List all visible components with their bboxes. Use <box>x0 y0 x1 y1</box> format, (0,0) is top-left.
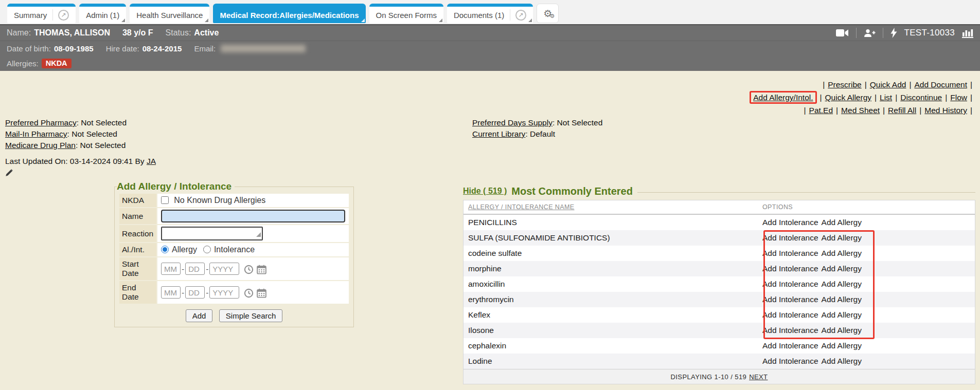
nkda-checkbox[interactable] <box>161 196 169 204</box>
flow-link[interactable]: Flow <box>950 93 967 102</box>
refill-all-link[interactable]: Refill All <box>888 106 916 115</box>
allergy-name: PENICILLINS <box>464 218 762 227</box>
add-allergy-link[interactable]: Add Allergy <box>822 280 862 288</box>
tab-on-screen-forms[interactable]: On Screen Forms <box>369 4 443 23</box>
add-intolerance-link[interactable]: Add Intolerance <box>762 341 818 350</box>
preferred-days-supply-link[interactable]: Preferred Days Supply <box>472 118 553 127</box>
patient-name: THOMAS, ALLISON <box>34 28 110 38</box>
add-allergy-link[interactable]: Add Allergy <box>822 264 862 273</box>
last-updated-text: Last Updated On: 03-14-2024 09:41 By <box>5 157 145 165</box>
settings-gears-icon[interactable]: ⚙ ⚙ <box>537 4 559 23</box>
medicare-drug-plan-link[interactable]: Medicare Drug Plan <box>5 141 76 150</box>
add-allergy-link[interactable]: Add Allergy <box>822 326 862 335</box>
preferred-pharmacy-link[interactable]: Preferred Pharmacy <box>5 118 77 127</box>
tab-documents[interactable]: Documents (1) ↗ <box>447 4 533 23</box>
nkda-badge[interactable]: NKDA <box>42 59 72 68</box>
record-id: TEST-10033 <box>904 28 955 38</box>
add-document-link[interactable]: Add Document <box>914 80 967 89</box>
add-intolerance-link[interactable]: Add Intolerance <box>762 233 818 242</box>
start-year-input[interactable] <box>209 263 239 275</box>
current-library-link[interactable]: Current Library <box>472 129 525 138</box>
calendar-icon[interactable] <box>257 265 266 274</box>
add-intolerance-link[interactable]: Add Intolerance <box>762 249 818 257</box>
add-allergy-link[interactable]: Add Allergy <box>822 233 862 242</box>
discontinue-link[interactable]: Discontinue <box>900 93 942 102</box>
med-history-link[interactable]: Med History <box>924 106 967 115</box>
add-allergy-intol-link[interactable]: Add Allergy/Intol. <box>753 93 813 102</box>
add-intolerance-link[interactable]: Add Intolerance <box>762 310 818 319</box>
add-intolerance-link[interactable]: Add Intolerance <box>762 357 818 365</box>
hire-date-value: 08-24-2015 <box>142 44 182 53</box>
popout-icon[interactable]: ↗ <box>515 10 526 21</box>
calendar-icon[interactable] <box>257 288 266 298</box>
add-intolerance-link[interactable]: Add Intolerance <box>762 218 818 227</box>
lightning-icon[interactable] <box>890 28 897 38</box>
col-allergy-name-header[interactable]: ALLERGY / INTOLERANCE NAME <box>468 203 575 211</box>
start-day-input[interactable] <box>185 263 205 275</box>
nkda-checkbox-label: No Known Drug Allergies <box>174 196 265 205</box>
popout-icon[interactable]: ↗ <box>58 10 69 21</box>
simple-search-button[interactable]: Simple Search <box>219 309 283 322</box>
add-intolerance-link[interactable]: Add Intolerance <box>762 264 818 273</box>
last-updated-by-link[interactable]: JA <box>147 157 156 165</box>
bar-chart-icon[interactable] <box>962 28 973 38</box>
info-line: Medicare Drug PlanNot Selected <box>5 140 127 151</box>
table-body: PENICILLINSAdd IntoleranceAdd Allergy SU… <box>464 215 975 369</box>
hide-count-link[interactable]: Hide ( 519 ) <box>463 187 507 196</box>
add-intolerance-link[interactable]: Add Intolerance <box>762 280 818 288</box>
end-year-input[interactable] <box>209 286 239 299</box>
next-page-link[interactable]: NEXT <box>749 373 768 381</box>
patient-age-sex: 38 y/o F <box>122 28 153 38</box>
end-day-input[interactable] <box>185 286 205 299</box>
allergy-radio[interactable] <box>161 246 169 253</box>
form-title: Add Allergy / Intolerance <box>117 181 235 192</box>
med-sheet-link[interactable]: Med Sheet <box>841 106 880 115</box>
most-commonly-entered-panel: Hide ( 519 ) Most Commonly Entered ALLER… <box>463 184 975 384</box>
table-row: codeine sulfateAdd IntoleranceAdd Allerg… <box>464 246 975 261</box>
start-month-input[interactable] <box>161 263 181 275</box>
tab-health-surveillance[interactable]: Health Surveillance <box>130 4 209 23</box>
al-int-label: Al./Int. <box>119 243 156 256</box>
add-allergy-link[interactable]: Add Allergy <box>822 341 862 350</box>
reaction-input[interactable] <box>161 227 263 240</box>
pencil-icon[interactable] <box>5 169 13 179</box>
add-person-icon[interactable] <box>864 29 876 38</box>
table-header-row: ALLERGY / INTOLERANCE NAME OPTIONS <box>464 200 975 215</box>
preferred-days-supply-value: Not Selected <box>557 118 603 127</box>
nkda-label: NKDA <box>119 194 156 207</box>
mail-in-pharmacy-link[interactable]: Mail-In Pharmacy <box>5 129 67 138</box>
list-link[interactable]: List <box>880 93 892 102</box>
end-month-input[interactable] <box>161 286 181 299</box>
add-allergy-link[interactable]: Add Allergy <box>822 218 862 227</box>
clock-icon[interactable] <box>244 265 254 274</box>
end-date-row: End Date <box>119 281 349 304</box>
name-label: Name <box>119 208 156 224</box>
prescribe-link[interactable]: Prescribe <box>828 80 861 89</box>
quick-allergy-link[interactable]: Quick Allergy <box>825 93 871 102</box>
add-allergy-link[interactable]: Add Allergy <box>822 310 862 319</box>
add-intolerance-link[interactable]: Add Intolerance <box>762 326 818 335</box>
clock-icon[interactable] <box>244 288 254 298</box>
tab-medical-record-allergies-medications[interactable]: Medical Record:Allergies/Medications <box>213 4 365 23</box>
table-row: LodineAdd IntoleranceAdd Allergy <box>464 354 975 369</box>
table-row: morphineAdd IntoleranceAdd Allergy <box>464 261 975 276</box>
info-line: Mail-In PharmacyNot Selected <box>5 128 127 140</box>
action-links-row3: Pat.EdMed SheetRefill AllMed History <box>750 104 975 117</box>
video-camera-icon[interactable] <box>836 29 849 37</box>
add-intolerance-link[interactable]: Add Intolerance <box>762 295 818 304</box>
displaying-text: DISPLAYING 1-10 / 519 <box>671 373 747 381</box>
intolerance-radio[interactable] <box>203 246 211 253</box>
quick-add-link[interactable]: Quick Add <box>870 80 906 89</box>
allergy-name-input[interactable] <box>161 210 345 222</box>
table-row: PENICILLINSAdd IntoleranceAdd Allergy <box>464 215 975 230</box>
tab-label: Admin (1) <box>86 11 119 20</box>
add-button[interactable]: Add <box>186 309 213 322</box>
tab-admin[interactable]: Admin (1) <box>79 4 126 23</box>
tab-summary[interactable]: Summary ↗ <box>7 4 76 23</box>
allergy-name: Keflex <box>464 310 762 320</box>
add-allergy-link[interactable]: Add Allergy <box>822 357 862 365</box>
add-allergy-link[interactable]: Add Allergy <box>822 295 862 304</box>
patient-header-band: Name: THOMAS, ALLISON 38 y/o F Status: A… <box>0 24 980 71</box>
pat-ed-link[interactable]: Pat.Ed <box>809 106 833 115</box>
add-allergy-link[interactable]: Add Allergy <box>822 249 862 257</box>
